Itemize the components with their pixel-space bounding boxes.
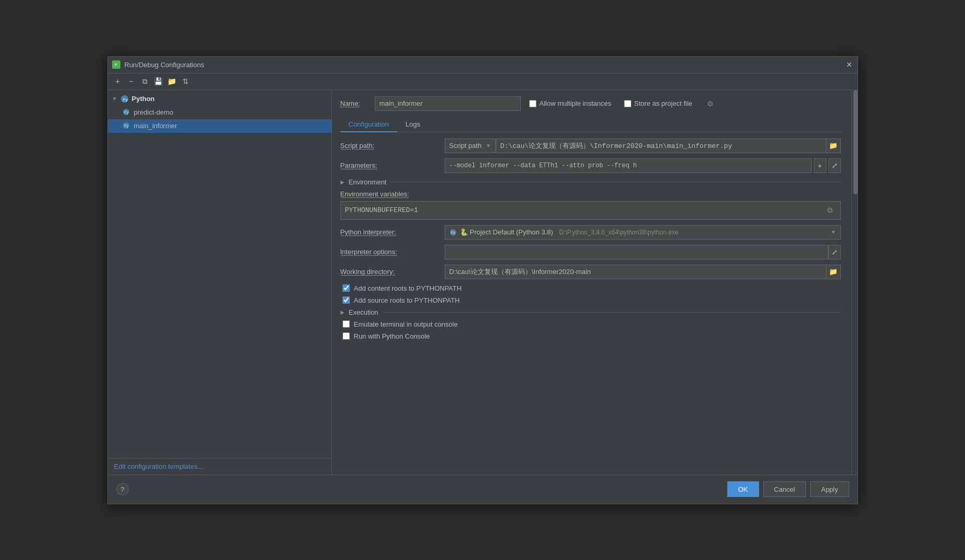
- interpreter-name-text: 🐍 Project Default (Python 3.8) D:\P.ytho…: [460, 228, 679, 236]
- sidebar: ▼ Py Python Py: [108, 90, 332, 475]
- scrollbar-area[interactable]: [851, 90, 858, 475]
- script-path-row: Script path: Script path ▼ 📁: [340, 139, 841, 153]
- edit-templates-link[interactable]: Edit configuration templates...: [114, 463, 203, 470]
- sidebar-item-predict-demo-label: predict-demo: [134, 108, 174, 116]
- emulate-terminal-label: Emulate terminal in output console: [354, 320, 458, 328]
- save-configuration-button[interactable]: 💾: [153, 76, 164, 87]
- python-interpreter-row: Python interpreter: Py: [340, 225, 841, 240]
- remove-configuration-button[interactable]: −: [126, 76, 137, 87]
- footer-left: ?: [116, 483, 129, 495]
- settings-gear-icon[interactable]: ⚙: [707, 99, 714, 108]
- expand-param-button[interactable]: ⤢: [828, 158, 841, 173]
- run-python-console-label: Run with Python Console: [354, 332, 430, 340]
- ok-button[interactable]: OK: [727, 481, 759, 497]
- allow-multiple-checkbox[interactable]: [529, 100, 536, 107]
- python-group[interactable]: ▼ Py Python: [108, 92, 332, 106]
- env-vars-label-row: Environment variables:: [340, 190, 841, 198]
- store-as-project-checkbox[interactable]: [624, 100, 631, 107]
- execution-section-line: [383, 312, 841, 313]
- toolbar: + − ⧉ 💾 📁 ⇅: [108, 73, 858, 90]
- working-directory-row: Working directory: 📁: [340, 265, 841, 279]
- parameters-row: Parameters: + ⤢: [340, 158, 841, 173]
- name-row: Name: Allow multiple instances Store as …: [340, 96, 843, 111]
- svg-text:Py: Py: [123, 97, 127, 102]
- python-group-icon: Py: [120, 95, 129, 103]
- add-content-roots-label: Add content roots to PYTHONPATH: [354, 284, 462, 292]
- name-field[interactable]: [375, 96, 521, 111]
- working-directory-browse-button[interactable]: 📁: [826, 265, 841, 279]
- form-section: Script path: Script path ▼ 📁: [340, 139, 843, 475]
- tab-configuration[interactable]: Configuration: [340, 117, 397, 132]
- tab-logs[interactable]: Logs: [397, 117, 429, 132]
- add-content-roots-checkbox[interactable]: [343, 284, 350, 292]
- script-path-type-label: Script path: [449, 142, 482, 150]
- run-python-console-checkbox[interactable]: [343, 332, 350, 340]
- title-bar: P Run/Debug Configurations ✕: [108, 57, 858, 73]
- configuration-tree: ▼ Py Python Py: [108, 90, 332, 458]
- checkboxes-row: Allow multiple instances Store as projec…: [529, 99, 843, 108]
- svg-text:P: P: [115, 63, 117, 67]
- environment-expand-icon[interactable]: ▶: [340, 179, 345, 185]
- script-path-browse-button[interactable]: 📁: [826, 139, 841, 153]
- sort-button[interactable]: ⇅: [180, 76, 191, 87]
- help-button[interactable]: ?: [116, 483, 129, 495]
- copy-configuration-button[interactable]: ⧉: [139, 76, 151, 87]
- sidebar-item-main-informer-label: main_informer: [134, 122, 177, 130]
- main-informer-icon: Py: [123, 122, 131, 130]
- main-content: ▼ Py Python Py: [108, 90, 858, 475]
- scrollbar-thumb: [853, 90, 858, 194]
- emulate-terminal-checkbox[interactable]: [343, 320, 350, 328]
- dialog-footer: ? OK Cancel Apply: [108, 475, 858, 504]
- name-field-label: Name:: [340, 99, 367, 107]
- interpreter-name-value: 🐍 Project Default (Python 3.8): [460, 228, 553, 236]
- execution-expand-icon[interactable]: ▶: [340, 309, 345, 315]
- working-directory-label: Working directory:: [340, 268, 445, 276]
- env-vars-input-group: PYTHONUNBUFFERED=1 ⧉: [340, 201, 841, 220]
- interpreter-options-input-group: ⤢: [445, 245, 841, 259]
- config-content: Name: Allow multiple instances Store as …: [332, 90, 851, 475]
- execution-section-title: Execution: [349, 308, 378, 316]
- add-configuration-button[interactable]: +: [112, 76, 124, 87]
- interpreter-options-input[interactable]: [445, 245, 828, 259]
- store-as-project-checkbox-item[interactable]: Store as project file: [624, 99, 692, 107]
- footer-right: OK Cancel Apply: [727, 481, 849, 497]
- execution-section-header: ▶ Execution: [340, 308, 841, 316]
- sidebar-footer: Edit configuration templates...: [108, 458, 332, 475]
- interpreter-dropdown-arrow-icon: ▼: [831, 229, 836, 235]
- python-interpreter-select[interactable]: Py 🐍 Project Default (Python 3.8) D:\P.y…: [445, 225, 841, 240]
- add-source-roots-row: Add source roots to PYTHONPATH: [340, 296, 841, 304]
- dialog-title: Run/Debug Configurations: [125, 61, 845, 69]
- sidebar-item-main-informer[interactable]: Py main_informer: [108, 119, 332, 133]
- script-path-type-dropdown[interactable]: Script path ▼: [445, 139, 496, 153]
- run-debug-dialog: P Run/Debug Configurations ✕ + − ⧉ 💾 📁 ⇅…: [107, 56, 858, 504]
- folder-button[interactable]: 📁: [166, 76, 178, 87]
- dropdown-arrow-icon: ▼: [486, 143, 491, 148]
- close-button[interactable]: ✕: [845, 60, 853, 69]
- add-content-roots-row: Add content roots to PYTHONPATH: [340, 284, 841, 292]
- add-source-roots-checkbox[interactable]: [343, 296, 350, 304]
- config-panel: Name: Allow multiple instances Store as …: [332, 90, 851, 475]
- parameters-label: Parameters:: [340, 161, 445, 169]
- working-directory-input[interactable]: [445, 265, 826, 279]
- allow-multiple-checkbox-item[interactable]: Allow multiple instances: [529, 99, 612, 107]
- interpreter-path-value: D:\P.ython_3.8.0_x64\python38\python.exe: [559, 229, 678, 236]
- python-group-label: Python: [132, 95, 155, 103]
- add-param-button[interactable]: +: [814, 158, 826, 173]
- sidebar-item-predict-demo[interactable]: Py predict-demo: [108, 106, 332, 119]
- store-as-project-label: Store as project file: [634, 99, 692, 107]
- apply-button[interactable]: Apply: [810, 481, 849, 497]
- cancel-button[interactable]: Cancel: [763, 481, 806, 497]
- parameters-input[interactable]: [445, 158, 812, 173]
- params-input-group: + ⤢: [445, 158, 841, 173]
- interpreter-options-expand-button[interactable]: ⤢: [828, 245, 841, 259]
- app-icon: P: [112, 60, 120, 69]
- env-vars-copy-button[interactable]: ⧉: [824, 204, 836, 217]
- env-vars-value: PYTHONUNBUFFERED=1: [345, 206, 418, 214]
- svg-text:Py: Py: [451, 231, 456, 235]
- environment-section-title: Environment: [349, 178, 387, 186]
- script-path-input[interactable]: [496, 139, 826, 153]
- config-right: Name: Allow multiple instances Store as …: [332, 90, 858, 475]
- environment-section-header: ▶ Environment: [340, 178, 841, 186]
- working-directory-input-group: 📁: [445, 265, 841, 279]
- allow-multiple-label: Allow multiple instances: [540, 99, 612, 107]
